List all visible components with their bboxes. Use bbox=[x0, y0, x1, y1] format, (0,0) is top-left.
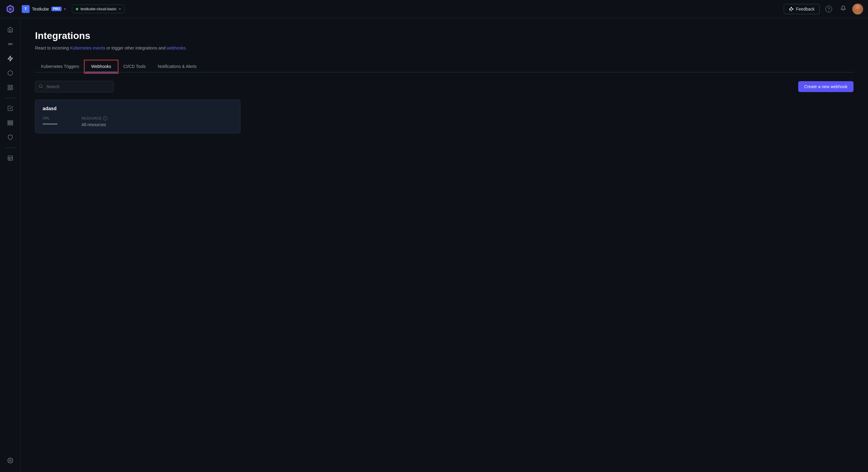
url-block: URL •••••••••• bbox=[42, 116, 57, 127]
sidebar-item-integrations[interactable] bbox=[4, 52, 17, 65]
svg-rect-16 bbox=[10, 86, 12, 87]
integration-tabs: Kubernetes Triggers Webhooks CI/CD Tools… bbox=[35, 61, 854, 72]
page-description: React to incoming Kubernetes events or t… bbox=[35, 45, 854, 51]
svg-rect-5 bbox=[791, 10, 792, 11]
resource-value: All resources bbox=[82, 122, 107, 127]
webhooks-link[interactable]: webhooks bbox=[167, 45, 186, 50]
svg-rect-21 bbox=[7, 124, 13, 125]
svg-rect-3 bbox=[791, 7, 791, 8]
sidebar-item-home[interactable] bbox=[4, 23, 17, 36]
tab-cicd-tools[interactable]: CI/CD Tools bbox=[117, 61, 152, 72]
url-value: •••••••••• bbox=[42, 122, 57, 127]
sidebar-item-security[interactable] bbox=[4, 131, 17, 144]
workspace-name: Testkube bbox=[32, 7, 49, 11]
chevron-down-icon: ▾ bbox=[64, 7, 66, 11]
svg-point-12 bbox=[10, 43, 12, 45]
sidebar bbox=[0, 18, 21, 472]
workspace-avatar: T bbox=[22, 5, 30, 13]
notifications-button[interactable] bbox=[838, 4, 849, 14]
page-title: Integrations bbox=[35, 30, 854, 41]
resource-label: RESOURCE i bbox=[82, 116, 107, 121]
main-content: Integrations React to incoming Kubernete… bbox=[21, 18, 868, 472]
webhook-meta: URL •••••••••• RESOURCE i All resources bbox=[42, 116, 233, 127]
svg-rect-10 bbox=[792, 8, 794, 9]
sidebar-item-test-suites[interactable] bbox=[4, 116, 17, 130]
env-status-dot bbox=[76, 8, 78, 10]
pro-badge: PRO bbox=[51, 7, 62, 11]
sidebar-divider-1 bbox=[5, 98, 15, 98]
svg-rect-9 bbox=[791, 7, 792, 8]
sidebar-item-table[interactable] bbox=[4, 151, 17, 165]
svg-rect-18 bbox=[8, 88, 10, 90]
slack-icon bbox=[789, 7, 794, 11]
svg-rect-6 bbox=[792, 9, 794, 10]
top-nav: T Testkube PRO ▾ testkube-cloud-basic ▾ bbox=[0, 0, 868, 18]
workspace-button[interactable]: T Testkube PRO ▾ bbox=[19, 4, 68, 14]
svg-rect-20 bbox=[7, 122, 13, 123]
svg-rect-4 bbox=[789, 8, 791, 9]
sidebar-item-settings[interactable] bbox=[4, 454, 17, 467]
environment-selector[interactable]: testkube-cloud-basic ▾ bbox=[72, 4, 125, 13]
tab-notifications-alerts[interactable]: Notifications & Alerts bbox=[152, 61, 203, 72]
webhooks-toolbar: Create a new webhook bbox=[35, 81, 854, 92]
webhook-card[interactable]: adasd URL •••••••••• RESOURCE i All reso… bbox=[35, 100, 240, 133]
webhook-name: adasd bbox=[42, 106, 233, 111]
env-chevron-icon: ▾ bbox=[119, 7, 121, 11]
app-logo[interactable] bbox=[5, 4, 16, 14]
sidebar-item-triggers[interactable] bbox=[4, 37, 17, 51]
svg-rect-8 bbox=[790, 10, 790, 11]
sidebar-item-tests[interactable] bbox=[4, 102, 17, 115]
create-webhook-button[interactable]: Create a new webhook bbox=[798, 81, 854, 92]
environment-name: testkube-cloud-basic bbox=[81, 7, 117, 11]
user-avatar-image bbox=[852, 4, 863, 14]
help-button[interactable]: ? bbox=[823, 4, 834, 14]
search-wrapper bbox=[35, 81, 114, 92]
tab-webhooks[interactable]: Webhooks bbox=[85, 61, 117, 72]
svg-rect-7 bbox=[789, 9, 791, 10]
feedback-label: Feedback bbox=[796, 7, 814, 11]
help-icon: ? bbox=[826, 6, 832, 12]
kubernetes-events-link[interactable]: Kubernetes events bbox=[70, 45, 105, 50]
feedback-button[interactable]: Feedback bbox=[784, 4, 820, 14]
search-input[interactable] bbox=[35, 81, 114, 92]
main-layout: Integrations React to incoming Kubernete… bbox=[0, 18, 868, 472]
nav-right: Feedback ? bbox=[784, 4, 863, 14]
svg-point-26 bbox=[9, 460, 11, 462]
user-avatar[interactable] bbox=[852, 4, 863, 14]
svg-marker-14 bbox=[8, 56, 12, 61]
svg-rect-22 bbox=[8, 156, 12, 161]
svg-point-11 bbox=[8, 43, 10, 45]
sidebar-item-reports[interactable] bbox=[4, 66, 17, 80]
svg-rect-15 bbox=[8, 86, 10, 87]
svg-rect-17 bbox=[10, 88, 12, 90]
resource-info-icon[interactable]: i bbox=[103, 116, 107, 121]
sidebar-divider-2 bbox=[5, 147, 15, 148]
resource-block: RESOURCE i All resources bbox=[82, 116, 107, 127]
svg-rect-19 bbox=[7, 121, 13, 122]
tab-kubernetes-triggers[interactable]: Kubernetes Triggers bbox=[35, 61, 85, 72]
bell-icon bbox=[840, 5, 846, 12]
url-label: URL bbox=[42, 116, 57, 120]
sidebar-item-artifacts[interactable] bbox=[4, 81, 17, 94]
